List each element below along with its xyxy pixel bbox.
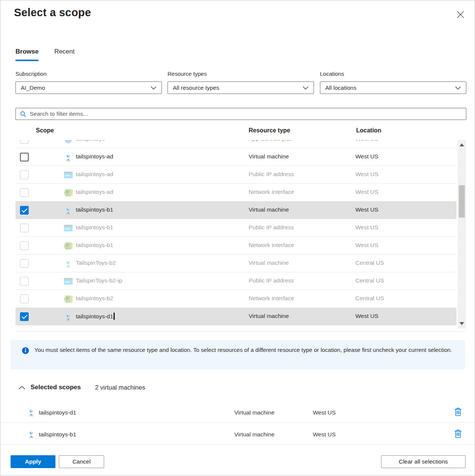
row-checkbox-checked[interactable] [20, 312, 29, 321]
scroll-up-arrow-icon[interactable] [460, 143, 464, 146]
table-row: tailspintoys-ad Network interface West U… [15, 184, 457, 201]
search-input[interactable] [30, 111, 462, 117]
scrollbar[interactable] [458, 140, 466, 329]
selected-scope-name: tailspintoys-d1 [39, 409, 76, 416]
resource-type: Network interface [249, 242, 294, 249]
location: West US [355, 242, 378, 249]
virtual-machine-icon [64, 153, 73, 162]
column-header-resource-type: Resource type [249, 127, 290, 134]
app-service-plan-icon [64, 140, 73, 144]
selected-scopes-count: 2 virtual machines [95, 384, 145, 391]
resource-type: Virtual machine [249, 259, 289, 266]
row-checkbox[interactable] [20, 140, 29, 144]
public-ip-icon [64, 277, 73, 286]
public-ip-icon [64, 224, 73, 233]
subscription-dropdown[interactable]: AI_Demo [15, 81, 162, 94]
filter-locations: Locations All locations [320, 71, 466, 94]
virtual-machine-icon [27, 408, 36, 417]
info-banner: You must select items of the same resour… [11, 340, 465, 369]
network-interface-icon [64, 241, 73, 250]
location: Central US [355, 277, 384, 284]
table-row: tailspintoys-ad Public IP address West U… [15, 166, 457, 184]
resource-type: Virtual machine [249, 313, 289, 319]
location: West US [355, 206, 378, 213]
chevron-up-icon[interactable] [18, 386, 25, 390]
delete-icon[interactable] [454, 430, 462, 438]
info-banner-text: You must select items of the same resour… [34, 346, 459, 355]
text-cursor [114, 313, 115, 320]
selected-scope-type: Virtual machine [234, 409, 275, 416]
location: West US [355, 153, 378, 160]
chevron-down-icon [455, 86, 461, 90]
scope-name: tailspintoys-b1 [76, 206, 113, 213]
divider [15, 331, 466, 332]
close-icon [456, 10, 465, 19]
resource-types-dropdown[interactable]: All resource types [168, 81, 314, 94]
table-row-selected[interactable]: tailspintoys-b1 Virtual machine West US [15, 201, 457, 219]
selected-scope-type: Virtual machine [234, 431, 275, 438]
resource-type: Virtual machine [249, 206, 289, 213]
selected-scopes-title: Selected scopes [31, 384, 81, 391]
table-row-selected[interactable]: tailspintoys-d1 Virtual machine West US [15, 308, 457, 326]
close-button[interactable] [454, 8, 466, 20]
row-checkbox-checked[interactable] [20, 206, 29, 215]
selected-scope-name: tailspintoys-b1 [39, 431, 76, 438]
row-checkbox [20, 188, 29, 197]
cancel-button[interactable]: Cancel [59, 455, 104, 468]
delete-icon[interactable] [454, 408, 462, 416]
virtual-machine-icon [64, 206, 73, 215]
scope-name: TailspinToys-b2 [76, 259, 116, 266]
row-checkbox [20, 277, 29, 286]
location: West US [355, 171, 378, 178]
apply-button[interactable]: Apply [11, 455, 55, 468]
network-interface-icon [64, 188, 73, 197]
location: West US [355, 189, 378, 195]
resource-type: App Service plan [249, 140, 293, 142]
table-row[interactable]: tailspintoys-ad Virtual machine West US [15, 148, 457, 166]
scope-table-viewport: tailspintoys App Service plan West US ta… [0, 140, 458, 329]
scope-name: tailspintoys-ad [76, 171, 113, 178]
resource-type: Public IP address [249, 171, 294, 178]
resource-type: Public IP address [249, 224, 294, 231]
scrollbar-thumb[interactable] [459, 185, 465, 218]
public-ip-icon [64, 170, 73, 180]
locations-dropdown[interactable]: All locations [320, 81, 466, 94]
location: Central US [355, 259, 384, 266]
tab-bar: Browse Recent [15, 48, 89, 61]
table-row: TailspinToys-b2 Virtual machine Central … [15, 255, 457, 272]
scope-name: tailspintoys-b1 [76, 242, 113, 249]
column-header-location: Location [356, 127, 381, 134]
network-interface-icon [64, 295, 73, 304]
search-box [15, 108, 466, 120]
clear-all-selections-button[interactable]: Clear all selections [381, 455, 466, 468]
location: West US [355, 313, 378, 319]
table-row: TailspinToys-b2-ip Public IP address Cen… [15, 272, 457, 290]
locations-value: All locations [325, 84, 357, 91]
row-checkbox[interactable] [20, 153, 29, 161]
scroll-down-arrow-icon[interactable] [460, 322, 464, 325]
resource-types-value: All resource types [173, 84, 219, 91]
filter-resource-types: Resource types All resource types [168, 71, 314, 94]
location: West US [355, 140, 378, 142]
filter-subscription: Subscription AI_Demo [15, 71, 162, 94]
tab-browse[interactable]: Browse [15, 48, 38, 61]
search-icon [20, 111, 26, 117]
resource-types-label: Resource types [168, 71, 314, 77]
virtual-machine-icon [27, 430, 36, 439]
table-row: tailspintoys-b1 Network interface West U… [15, 237, 457, 255]
scope-name: TailspinToys-b2-ip [76, 277, 122, 284]
virtual-machine-icon [64, 259, 73, 268]
select-scope-dialog: Select a scope Browse Recent Subscriptio… [0, 0, 475, 476]
selected-scope-row: tailspintoys-b1 Virtual machine West US [0, 423, 475, 445]
virtual-machine-icon [64, 312, 73, 321]
tab-recent[interactable]: Recent [54, 48, 75, 60]
resource-type: Public IP address [249, 277, 294, 284]
row-checkbox [20, 259, 29, 268]
table-row: tailspintoys-b2 Network interface Centra… [15, 290, 457, 308]
selected-scope-location: West US [313, 431, 336, 438]
table-row: tailspintoys-b1 Public IP address West U… [15, 219, 457, 237]
resource-type: Network interface [249, 295, 294, 302]
scope-name: tailspintoys-b1 [76, 224, 113, 231]
scope-name: tailspintoys-d1 [76, 313, 115, 320]
scope-name: tailspintoys-ad [76, 153, 113, 160]
